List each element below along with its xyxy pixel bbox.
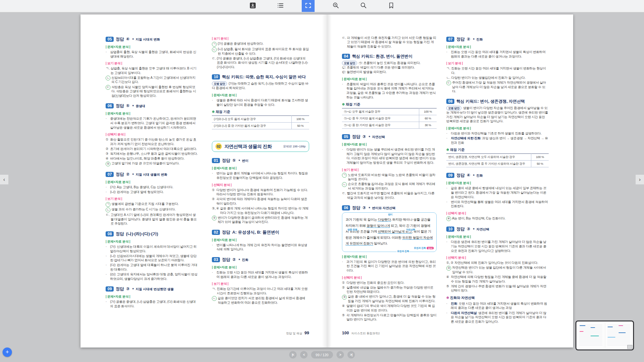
prev-page-edge-button[interactable]: ‹ (0, 175, 8, 184)
question-number-badge: 07 (106, 172, 114, 177)
list-item: ①, ②자연선택에 의해 진화가 일어난다는 것이 다윈의 진화설이다. (446, 261, 549, 265)
grading-section: ✽ 채점 기준변이, 생존경쟁, 자연선택 모두 사용하여 서술한 경우100 … (446, 148, 549, 167)
download-button[interactable] (246, 0, 259, 12)
list-item: ⑤각 개체마다 유전정보가 다르고 만들어지는 단백질의 종류와 양이 달라 변… (342, 313, 437, 322)
grading-title: ✽ 채점 기준 (446, 148, 549, 152)
item-text: 각 개체마다 유전정보가 다르고 만들어지는 단백질의 종류와 양이 달라 변이… (346, 313, 437, 322)
search-button[interactable] (357, 0, 370, 12)
answer-topic: ＊ 지질 시대의 변화 (131, 37, 160, 42)
bullet-text: 과거 기린의 목 길이가 다양했던 것은 변이에 의한 현상이고, 유리한 조건… (346, 260, 437, 273)
zoom-in-button[interactable] (329, 0, 342, 12)
bullet-text: 다양한 변이가 있는 생물 무리에서 생존에 유리한 변이를 가진 개체가 그렇… (346, 147, 437, 165)
bullet-marker: · (212, 98, 215, 107)
bullet-text: (나): 판게아는 고생대 말에 형성되었다. (110, 190, 198, 194)
keyword-title: 핵심 키워드: 변이, 생존경쟁, 자연선택 (456, 99, 525, 104)
grading-percent: 50 % (292, 123, 309, 129)
right-page-column-1: ㄷ.각 개체들이 서로 다른 유전자를 가지고 있어 서로 다른 형질을 띠고 … (342, 35, 437, 339)
grading-table: ㉠~㉢ 모두 옳게 서술한 경우100 %㉠~㉢ 중 두 가지만 옳게 서술한 … (342, 108, 437, 129)
concept-item: ·다윈의 자연선택설: 생존에 유리한 변이를 가진 개체가 살아남아 더 많은… (446, 311, 549, 324)
model-answer-badge: 모범 답안 (446, 106, 461, 110)
item-marker: ④ (342, 304, 346, 312)
bullet-marker: · (106, 254, 109, 263)
bullet-item: ·(다): 판게아는 고생대 말에 대륙들이 하나로 뭉쳐 이루어진 거대한 대… (106, 263, 198, 272)
grading-criteria: 변이, 생존경쟁, 자연선택 모두 사용하여 서술한 경우 (446, 154, 531, 161)
toc-button[interactable] (274, 0, 287, 12)
last-page-button[interactable]: >| (347, 351, 355, 358)
analysis-label: | 보기 분석 | (212, 36, 309, 41)
bullet-marker: · (106, 272, 109, 281)
correct-answer-marker: ㄷ (106, 85, 110, 90)
bullet-text: 다윈은 변이와 자연선택을 기초로 하여 생물의 진화를 설명하였다. (451, 131, 549, 136)
grading-percent: 50 % (531, 161, 549, 167)
bookmark-icon (388, 2, 395, 10)
chevron-left-icon: ‹ (3, 177, 5, 182)
bullet-marker: · (446, 186, 450, 199)
next-page-edge-button[interactable]: › (636, 175, 644, 184)
asterisk-icon: ✽ (446, 296, 450, 300)
answer-word: 정답 (456, 172, 465, 178)
grading-criteria: (가)와 (나) 모두 옳게 서술한 경우 (212, 116, 292, 123)
bullet-marker: · (106, 190, 109, 194)
section-header: 05정답④＊ 지질 시대의 변화 (106, 36, 198, 42)
model-answer-badge: 모범 답안 (212, 81, 227, 86)
passage-text: 과거 기린의 목 길이는 다양했다. 하지만 먹이나 생활 공간을 차지하기 위… (346, 217, 433, 247)
next-page-button[interactable]: > (336, 351, 344, 358)
page-thumbnail[interactable] (575, 320, 634, 350)
question-number-badge: 05 (342, 134, 350, 139)
bullet-item: ·진화는 오랜 시간 동안 여러 세대를 거치면서 생물의 특성이 변화하여 원… (212, 270, 309, 279)
section-header: 05정답③＊ 자연선택 (342, 134, 437, 140)
correct-answer-marker: ㄴ (106, 76, 110, 80)
analysis-label: | 선택지 분석 | (446, 211, 549, 216)
answer-value: ④ (467, 173, 470, 178)
question-number-badge: 05 (106, 37, 114, 42)
solution-section: 01정답⑤＊ 변이| 문제+자료 분석 |·변이는 같은 종의 개체들 사이에서… (212, 158, 309, 224)
list-item: ④달팽이 껍데기의 무늬와 색이 개체마다 다양한 것도 기린의 목 길이와 같… (342, 304, 437, 312)
bullet-text: (가) 공룡은 중생대, (나) 삼엽충은 고생대, (다) 화폐석은 신생대의… (110, 300, 198, 308)
item-text: 각 개체들이 서로 다른 유전자를 가지고 있어 서로 다른 형질을 띠고 있었… (347, 36, 437, 49)
grading-criteria: ㉠~㉢ 중 두 가지만 옳게 서술한 경우 (342, 115, 419, 122)
bullet-marker: · (446, 50, 450, 59)
list-item: ⑤고생대 말기에 가장 큰 규모의 대멸종이 일어났다. (106, 161, 198, 166)
solution-section: 04핵심 키워드: 환경, 변이, 돌연변이모범 답안㉠: 초콜릿이 놓인 도화… (342, 54, 437, 129)
item-marker: ㄱ. (446, 66, 450, 75)
grading-percent: 100 % (419, 108, 437, 115)
analysis-label: | 문제+자료 분석 | (446, 181, 549, 185)
item-text: 개체 간의 경쟁이나 주변 환경의 변화가 있을 때 살아남은 개체가 자연선택… (451, 284, 549, 293)
question-number-badge: 01 (212, 158, 220, 163)
bullet-text: 삼엽충의 출현, 육상 식물의 출현은 고생대, 화폐석의 번성은 신생대에 해… (110, 50, 198, 59)
section-header: 02정답A: 유성생식, B: 돌연변이 (212, 229, 309, 235)
list-item: ④A는 변이, B는 자연선택, C는 진화이다. (446, 216, 549, 221)
bullet-text: (다): 판게아는 고생대 말에 대륙들이 하나로 뭉쳐 이루어진 거대한 대륙… (110, 263, 198, 272)
analysis-label: | 문제+자료 분석 | (446, 45, 549, 49)
grading-percent: 100 % (292, 116, 309, 123)
fullscreen-button[interactable] (302, 0, 315, 12)
bookmark-button[interactable] (385, 0, 398, 12)
concept-lead: 다윈의 자연선택설 (451, 311, 477, 315)
item-text: 각각의 변이에 따라 개체마다 환경에 적응하는 능력이 다르며 생존력이 달라… (216, 197, 309, 206)
add-button[interactable]: + (3, 348, 12, 357)
item-marker: ①, ② (446, 261, 453, 265)
answer-topic: ＊ 중생대 (131, 104, 145, 108)
first-page-icon: |< (292, 353, 294, 357)
section-header: 06정답⑤＊ 중생대 (106, 103, 198, 109)
first-page-button[interactable]: |< (289, 351, 297, 358)
prev-page-button[interactable]: < (300, 351, 308, 358)
item-marker: ① (212, 188, 215, 197)
answer-value: ③ (362, 205, 366, 210)
fullscreen-icon (305, 2, 312, 10)
model-answer-badge: 모범 답안 (342, 61, 357, 65)
solution-section: ㄷ.각 개체들이 서로 다른 유전자를 가지고 있어 서로 다른 형질을 띠고 … (342, 36, 437, 49)
unit-number-badge: 02 (215, 143, 222, 150)
analysis-label: | 보기 분석 | (342, 168, 437, 172)
section-header: 10정답③＊ 자연선택 (446, 226, 549, 232)
bullet-text: 변이는 같은 종의 개체들 사이에서 나타나는 형질의 차이다. 형질은 유전정… (216, 171, 309, 180)
section-header: 01정답⑤＊ 변이 (212, 158, 309, 163)
analysis-label: | 선택지 분석 | (342, 275, 437, 280)
thumbnail-right-page (605, 322, 632, 348)
item-text: 생물계의 급변을 기준으로 지질 시대를 구분한다. (111, 202, 198, 207)
solution-section: 03정답②＊ 진화| 문제+자료 분석 |·진화는 오랜 시간 동안 여러 세대… (212, 257, 309, 305)
bullet-item: ·중생대에는 전반적으로 기후가 온난하였고, 판게아가 분리되면서 수륙 분포… (106, 116, 198, 130)
list-item: ①다양한 변이는 진화의 중요한 요인이 된다. (342, 281, 437, 285)
grading-title: ✽ 채점 기준 (212, 110, 309, 114)
item-text: 바다에서는 암모나이트, 해양 파충류 등이 번성하였다. (110, 156, 198, 161)
